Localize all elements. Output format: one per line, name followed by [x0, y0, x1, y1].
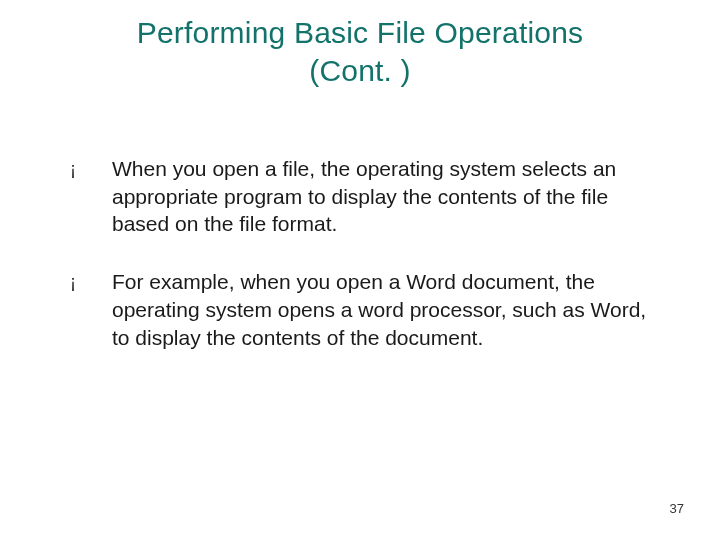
bullet-icon: ¡	[70, 155, 112, 182]
title-line-2: (Cont. )	[309, 54, 411, 87]
list-item: ¡ When you open a file, the operating sy…	[70, 155, 660, 238]
slide: Performing Basic File Operations (Cont. …	[0, 0, 720, 540]
page-number: 37	[670, 501, 684, 516]
bullet-icon: ¡	[70, 268, 112, 295]
slide-body: ¡ When you open a file, the operating sy…	[70, 155, 660, 381]
list-item: ¡ For example, when you open a Word docu…	[70, 268, 660, 351]
bullet-text: When you open a file, the operating syst…	[112, 155, 660, 238]
title-line-1: Performing Basic File Operations	[137, 16, 584, 49]
bullet-text: For example, when you open a Word docume…	[112, 268, 660, 351]
slide-title: Performing Basic File Operations (Cont. …	[0, 14, 720, 89]
